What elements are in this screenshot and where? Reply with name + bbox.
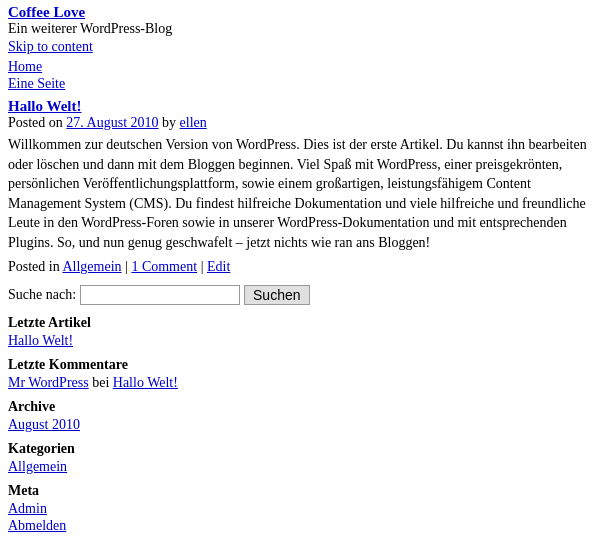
post-title-link[interactable]: Hallo Welt!: [8, 98, 81, 114]
recent-comment-item: Mr WordPress bei Hallo Welt!: [8, 375, 178, 390]
post-footer: Posted in Allgemein | 1 Comment | Edit: [8, 259, 602, 275]
archive-section: Archive August 2010: [8, 399, 602, 433]
post-category-link[interactable]: Allgemein: [62, 259, 121, 274]
posted-on-text: Posted on: [8, 115, 66, 130]
bei-text: bei: [89, 375, 113, 390]
post-meta: Posted on 27. August 2010 by ellen: [8, 115, 602, 131]
main-nav: Home Eine Seite: [8, 59, 602, 92]
site-title-link[interactable]: Coffee Love: [8, 4, 85, 20]
post-title: Hallo Welt!: [8, 98, 602, 115]
category-allgemein[interactable]: Allgemein: [8, 459, 602, 475]
recent-articles-section: Letzte Artikel Hallo Welt!: [8, 315, 602, 349]
commenter-link[interactable]: Mr WordPress: [8, 375, 89, 390]
comment-post-link[interactable]: Hallo Welt!: [113, 375, 178, 390]
nav-eine-seite[interactable]: Eine Seite: [8, 76, 602, 92]
search-label: Suche nach:: [8, 287, 76, 303]
post-date-link[interactable]: 27. August 2010: [66, 115, 158, 130]
search-input[interactable]: [80, 285, 240, 305]
search-form: Suche nach: Suchen: [8, 285, 602, 305]
recent-comments-heading: Letzte Kommentare: [8, 357, 602, 373]
site-header: Coffee Love Ein weiterer WordPress-Blog: [8, 4, 602, 37]
skip-to-content[interactable]: Skip to content: [8, 39, 602, 55]
archive-heading: Archive: [8, 399, 602, 415]
recent-comments-section: Letzte Kommentare Mr WordPress bei Hallo…: [8, 357, 602, 391]
meta-section: Meta Admin Abmelden Artikel-Feed (RSS) K…: [8, 483, 602, 536]
post-content: Willkommen zur deutschen Version von Wor…: [8, 135, 602, 253]
categories-heading: Kategorien: [8, 441, 602, 457]
post: Hallo Welt! Posted on 27. August 2010 by…: [8, 98, 602, 275]
by-text: by: [159, 115, 180, 130]
separator-1: |: [122, 259, 132, 274]
meta-abmelden[interactable]: Abmelden: [8, 518, 602, 534]
search-button[interactable]: Suchen: [244, 285, 309, 305]
nav-home[interactable]: Home: [8, 59, 602, 75]
post-comments-link[interactable]: 1 Comment: [131, 259, 197, 274]
recent-article-hallo-welt[interactable]: Hallo Welt!: [8, 333, 602, 349]
meta-heading: Meta: [8, 483, 602, 499]
post-author-link[interactable]: ellen: [180, 115, 207, 130]
archive-august-2010[interactable]: August 2010: [8, 417, 602, 433]
site-tagline: Ein weiterer WordPress-Blog: [8, 21, 602, 37]
categories-section: Kategorien Allgemein: [8, 441, 602, 475]
edit-separator: |: [197, 259, 207, 274]
post-edit-link[interactable]: Edit: [207, 259, 230, 274]
posted-in-text: Posted in: [8, 259, 62, 274]
recent-articles-heading: Letzte Artikel: [8, 315, 602, 331]
meta-admin[interactable]: Admin: [8, 501, 602, 517]
